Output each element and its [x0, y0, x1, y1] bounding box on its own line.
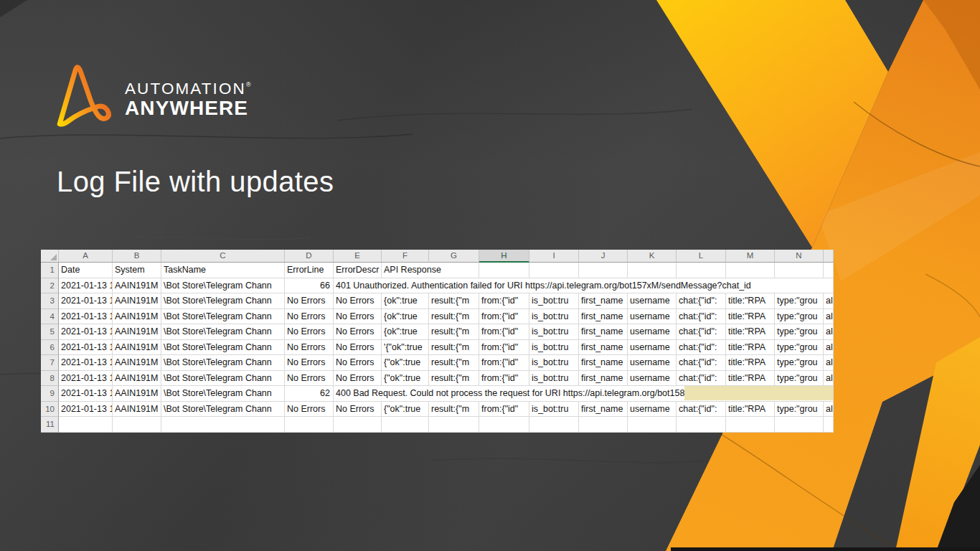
column-header-K[interactable]: K [628, 250, 677, 263]
cell[interactable]: result:{"m [429, 402, 479, 418]
cell[interactable]: username [628, 309, 677, 325]
cell[interactable]: TaskName [161, 263, 285, 278]
cell[interactable]: username [628, 355, 677, 371]
cell[interactable]: 2021-01-13 1 [59, 278, 113, 294]
cell[interactable]: \Bot Store\Telegram Chann [161, 309, 285, 325]
cell[interactable]: result:{"m [429, 293, 479, 309]
cell[interactable]: chat:{"id": [677, 355, 726, 371]
cell[interactable]: {ok":true [382, 309, 429, 325]
column-header-F[interactable]: F [382, 250, 429, 263]
cell[interactable] [382, 417, 429, 433]
cell[interactable]: {ok":true [382, 324, 429, 340]
column-header-D[interactable]: D [285, 250, 334, 263]
cell[interactable]: is_bot:tru [529, 340, 579, 356]
cell[interactable]: AAIN191M [113, 293, 161, 309]
row-number[interactable]: 4 [41, 309, 59, 325]
cell[interactable]: all [824, 371, 834, 387]
cell[interactable]: type:"grou [775, 340, 824, 356]
cell[interactable]: 2021-01-13 1 [59, 309, 113, 325]
cell[interactable]: is_bot:tru [529, 309, 579, 325]
cell[interactable]: \Bot Store\Telegram Chann [161, 355, 285, 371]
cell[interactable]: type:"grou [775, 371, 824, 387]
row-number[interactable]: 6 [41, 340, 59, 356]
select-all-corner[interactable] [41, 250, 59, 263]
row-number[interactable]: 7 [41, 355, 59, 371]
cell[interactable]: 2021-01-13 1 [59, 371, 113, 387]
cell[interactable] [628, 417, 677, 433]
cell[interactable]: all [824, 324, 834, 340]
cell[interactable] [628, 263, 677, 278]
cell[interactable]: from:{"id" [479, 371, 529, 387]
cell[interactable] [113, 417, 161, 433]
cell[interactable] [824, 263, 834, 278]
cell[interactable]: from:{"id" [479, 340, 529, 356]
cell[interactable]: from:{"id" [479, 402, 529, 418]
cell[interactable]: is_bot:tru [529, 402, 579, 418]
cell[interactable]: title:"RPA [726, 371, 775, 387]
column-header-C[interactable]: C [161, 250, 285, 263]
cell[interactable]: No Errors [285, 340, 334, 356]
cell[interactable]: first_name [579, 371, 628, 387]
cell[interactable]: title:"RPA [726, 293, 775, 309]
column-header-G[interactable]: G [429, 250, 479, 263]
cell[interactable]: is_bot:tru [529, 293, 579, 309]
cell[interactable]: 2021-01-13 1 [59, 386, 113, 402]
cell[interactable] [677, 417, 726, 433]
cell[interactable]: is_bot:tru [529, 371, 579, 387]
cell[interactable] [479, 263, 529, 278]
cell[interactable] [334, 417, 382, 433]
cell[interactable]: title:"RPA [726, 309, 775, 325]
cell[interactable]: No Errors [285, 293, 334, 309]
cell[interactable]: AAIN191M [113, 278, 161, 294]
cell[interactable] [824, 417, 834, 433]
cell[interactable]: chat:{"id": [677, 309, 726, 325]
cell[interactable]: is_bot:tru [529, 355, 579, 371]
cell[interactable]: 2021-01-13 1 [59, 324, 113, 340]
cell[interactable]: API Response [382, 263, 479, 278]
cell[interactable]: all [824, 355, 834, 371]
cell[interactable]: \Bot Store\Telegram Chann [161, 340, 285, 356]
cell[interactable]: AAIN191M [113, 371, 161, 387]
cell[interactable]: username [628, 324, 677, 340]
column-header-E[interactable]: E [334, 250, 382, 263]
cell[interactable]: chat:{"id": [677, 293, 726, 309]
cell[interactable]: from:{"id" [479, 355, 529, 371]
cell[interactable]: from:{"id" [479, 309, 529, 325]
cell[interactable]: chat:{"id": [677, 324, 726, 340]
cell[interactable]: No Errors [285, 324, 334, 340]
cell[interactable] [677, 263, 726, 278]
cell[interactable]: AAIN191M [113, 340, 161, 356]
row-number[interactable]: 8 [41, 371, 59, 387]
cell[interactable]: all [824, 293, 834, 309]
cell[interactable]: first_name [579, 340, 628, 356]
cell[interactable]: from:{"id" [479, 293, 529, 309]
column-header-M[interactable]: M [726, 250, 775, 263]
cell[interactable]: No Errors [285, 371, 334, 387]
cell[interactable]: title:"RPA [726, 402, 775, 418]
cell[interactable]: \Bot Store\Telegram Chann [161, 278, 285, 294]
cell[interactable]: title:"RPA [726, 355, 775, 371]
spill-cell[interactable]: 401 Unauthorized. Authentication failed … [334, 278, 834, 294]
cell[interactable]: username [628, 402, 677, 418]
cell[interactable]: AAIN191M [113, 386, 161, 402]
cell[interactable]: {ok":true [382, 293, 429, 309]
cell[interactable]: result:{"m [429, 371, 479, 387]
cell[interactable]: 2021-01-13 1 [59, 340, 113, 356]
cell[interactable]: result:{"m [429, 324, 479, 340]
cell[interactable]: \Bot Store\Telegram Chann [161, 324, 285, 340]
cell[interactable]: all [824, 340, 834, 356]
cell[interactable] [579, 417, 628, 433]
cell[interactable]: username [628, 340, 677, 356]
cell[interactable]: title:"RPA [726, 324, 775, 340]
cell[interactable]: 2021-01-13 1 [59, 355, 113, 371]
column-header-N[interactable]: N [775, 250, 824, 263]
cell[interactable]: result:{"m [429, 355, 479, 371]
cell[interactable]: chat:{"id": [677, 402, 726, 418]
cell[interactable]: is_bot:tru [529, 324, 579, 340]
cell[interactable]: all [824, 402, 834, 418]
cell[interactable]: result:{"m [429, 340, 479, 356]
cell[interactable]: No Errors [285, 309, 334, 325]
cell[interactable]: No Errors [334, 324, 382, 340]
row-number[interactable]: 1 [41, 263, 59, 278]
cell[interactable]: No Errors [334, 355, 382, 371]
